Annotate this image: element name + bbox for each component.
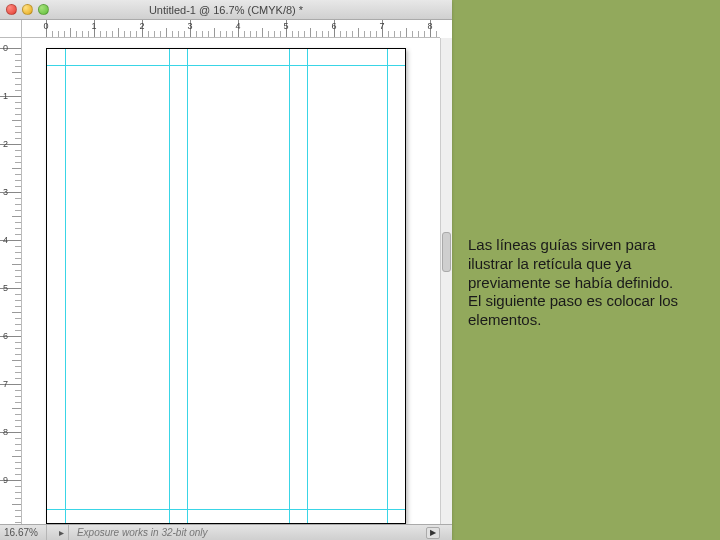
guide-vertical[interactable] xyxy=(307,49,308,523)
status-message: Exposure works in 32-bit only xyxy=(77,527,208,538)
ruler-h-label: 3 xyxy=(187,21,192,31)
ruler-h-label: 4 xyxy=(235,21,240,31)
window-controls xyxy=(6,4,49,15)
ruler-v-label: 0 xyxy=(3,43,8,53)
ruler-h-label: 5 xyxy=(283,21,288,31)
app-window: Untitled-1 @ 16.7% (CMYK/8) * 012345678 … xyxy=(0,0,452,540)
window-title: Untitled-1 @ 16.7% (CMYK/8) * xyxy=(0,4,452,16)
guide-vertical[interactable] xyxy=(65,49,66,523)
titlebar[interactable]: Untitled-1 @ 16.7% (CMYK/8) * xyxy=(0,0,452,20)
scroll-right-button[interactable]: ▶ xyxy=(426,527,440,539)
slide-caption: Las líneas guías sirven para ilustrar la… xyxy=(468,236,688,330)
doc-info-icon[interactable]: ▸ xyxy=(55,525,69,540)
ruler-v-label: 9 xyxy=(3,475,8,485)
ruler-h-label: 6 xyxy=(331,21,336,31)
ruler-h-label: 2 xyxy=(139,21,144,31)
zoom-level[interactable]: 16.67% xyxy=(4,525,47,540)
scroll-thumb[interactable] xyxy=(442,232,451,272)
ruler-h-label: 1 xyxy=(91,21,96,31)
ruler-v-label: 6 xyxy=(3,331,8,341)
ruler-origin[interactable] xyxy=(0,20,22,38)
zoom-value: 16.67% xyxy=(4,527,38,538)
statusbar: 16.67% ▸ Exposure works in 32-bit only ▶ xyxy=(0,524,452,540)
ruler-v-label: 2 xyxy=(3,139,8,149)
guide-vertical[interactable] xyxy=(289,49,290,523)
ruler-horizontal[interactable]: 012345678 xyxy=(22,20,440,38)
ruler-v-label: 1 xyxy=(3,91,8,101)
ruler-h-label: 7 xyxy=(379,21,384,31)
ruler-v-label: 3 xyxy=(3,187,8,197)
minimize-icon[interactable] xyxy=(22,4,33,15)
ruler-h-label: 0 xyxy=(43,21,48,31)
zoom-icon[interactable] xyxy=(38,4,49,15)
ruler-vertical[interactable]: 0123456789 xyxy=(0,38,22,524)
guide-vertical[interactable] xyxy=(169,49,170,523)
status-message-area: Exposure works in 32-bit only ▶ xyxy=(77,525,448,540)
workspace: 012345678 0123456789 16.67% xyxy=(0,20,452,540)
info-icon: ▸ xyxy=(59,527,64,538)
ruler-v-label: 8 xyxy=(3,427,8,437)
ruler-v-label: 4 xyxy=(3,235,8,245)
caption-text: Las líneas guías sirven para ilustrar la… xyxy=(468,236,678,328)
guide-vertical[interactable] xyxy=(387,49,388,523)
guide-horizontal[interactable] xyxy=(47,509,405,510)
ruler-v-label: 5 xyxy=(3,283,8,293)
canvas[interactable] xyxy=(22,38,440,524)
document-page[interactable] xyxy=(46,48,406,524)
ruler-v-label: 7 xyxy=(3,379,8,389)
close-icon[interactable] xyxy=(6,4,17,15)
guide-horizontal[interactable] xyxy=(47,65,405,66)
ruler-h-label: 8 xyxy=(427,21,432,31)
scrollbar-vertical[interactable] xyxy=(440,38,452,524)
guide-vertical[interactable] xyxy=(187,49,188,523)
